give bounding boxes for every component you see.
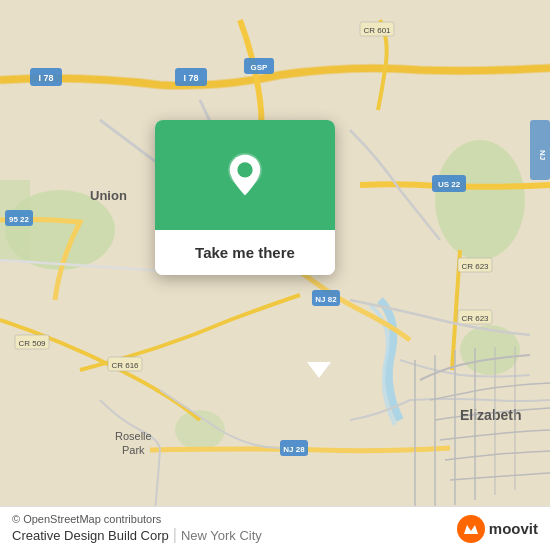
- svg-point-43: [237, 162, 252, 177]
- map-container: I 78 I 78 GSP US 22 NJ 82 NJ 28 95 22 CR…: [0, 0, 550, 550]
- svg-text:CR 623: CR 623: [461, 262, 489, 271]
- svg-text:Elizabeth: Elizabeth: [460, 407, 521, 423]
- moovit-icon: [457, 515, 485, 543]
- svg-text:Roselle: Roselle: [115, 430, 152, 442]
- svg-text:Union: Union: [90, 188, 127, 203]
- svg-text:Park: Park: [122, 444, 145, 456]
- company-name: Creative Design Build Corp: [12, 528, 169, 543]
- svg-point-2: [435, 140, 525, 260]
- svg-text:95 22: 95 22: [9, 215, 30, 224]
- svg-text:I 78: I 78: [183, 73, 198, 83]
- take-me-there-button[interactable]: Take me there: [155, 230, 335, 275]
- moovit-text: moovit: [489, 520, 538, 537]
- company-location: New York City: [181, 528, 262, 543]
- svg-text:CR 601: CR 601: [363, 26, 391, 35]
- bottom-left-info: © OpenStreetMap contributors Creative De…: [12, 513, 262, 544]
- svg-text:CR 623: CR 623: [461, 314, 489, 323]
- bottom-bar: © OpenStreetMap contributors Creative De…: [0, 506, 550, 550]
- popup-header: [155, 120, 335, 230]
- svg-text:NJ 28: NJ 28: [283, 445, 305, 454]
- moovit-logo[interactable]: moovit: [457, 515, 538, 543]
- map-background: I 78 I 78 GSP US 22 NJ 82 NJ 28 95 22 CR…: [0, 0, 550, 550]
- svg-text:CR 616: CR 616: [111, 361, 139, 370]
- svg-text:I 78: I 78: [38, 73, 53, 83]
- svg-text:CR 509: CR 509: [18, 339, 46, 348]
- svg-text:GSP: GSP: [251, 63, 269, 72]
- copyright-text: © OpenStreetMap contributors: [12, 513, 262, 525]
- popup-card: Take me there: [155, 120, 335, 275]
- popup-tail: [307, 362, 331, 378]
- svg-text:US 22: US 22: [438, 180, 461, 189]
- svg-text:NJ: NJ: [538, 150, 547, 160]
- location-pin-icon: [223, 153, 267, 197]
- svg-text:NJ 82: NJ 82: [315, 295, 337, 304]
